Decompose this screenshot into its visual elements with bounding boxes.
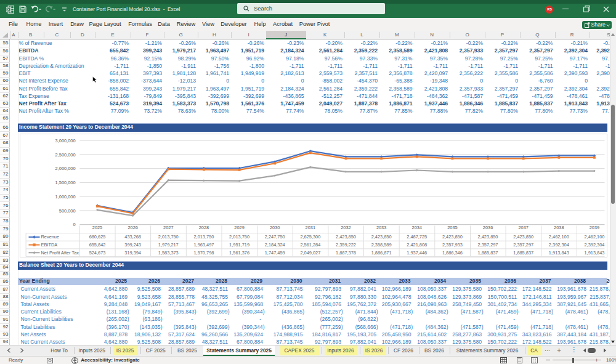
svg-text:500,000: 500,000	[59, 208, 75, 213]
svg-text:2,357,297: 2,357,297	[477, 242, 498, 248]
svg-text:2,357,933: 2,357,933	[442, 242, 462, 248]
svg-text:2,013,750: 2,013,750	[193, 234, 214, 240]
svg-text:2,423,850: 2,423,850	[513, 234, 533, 240]
svg-text:2,357,297: 2,357,297	[513, 242, 533, 248]
svg-text:2,013,750: 2,013,750	[229, 234, 249, 240]
svg-text:524,673: 524,673	[89, 249, 105, 255]
svg-text:1,570,798: 1,570,798	[193, 249, 214, 255]
svg-text:2031: 2031	[305, 224, 315, 230]
svg-text:2037: 2037	[518, 224, 528, 230]
svg-text:1,000,000: 1,000,000	[55, 193, 75, 199]
svg-text:680,625: 680,625	[89, 234, 105, 240]
svg-text:319,394: 319,394	[124, 249, 141, 255]
svg-text:2038: 2038	[554, 224, 564, 230]
svg-text:1,937,446: 1,937,446	[407, 249, 427, 255]
svg-text:2033: 2033	[376, 224, 386, 230]
svg-text:2026: 2026	[128, 224, 137, 230]
svg-text:1,886,871: 1,886,871	[371, 249, 391, 255]
svg-text:2,561,284: 2,561,284	[300, 242, 320, 248]
svg-text:2,421,808: 2,421,808	[407, 242, 427, 248]
svg-text:Net Profit After Tax: Net Profit After Tax	[41, 249, 79, 255]
svg-text:1,913,843: 1,913,843	[548, 249, 569, 255]
svg-text:2,049,027: 2,049,027	[300, 249, 320, 255]
svg-text:2025: 2025	[92, 224, 102, 230]
svg-text:2,462,100: 2,462,100	[548, 234, 569, 240]
svg-text:2,184,324: 2,184,324	[264, 242, 285, 248]
svg-text:2,392,304: 2,392,304	[584, 242, 604, 248]
svg-text:2035: 2035	[447, 224, 457, 230]
svg-text:1,500,000: 1,500,000	[55, 180, 75, 185]
svg-text:2030: 2030	[269, 224, 279, 230]
svg-text:1,885,837: 1,885,837	[477, 249, 498, 255]
svg-text:1,747,459: 1,747,459	[264, 249, 285, 255]
svg-text:655,842: 655,842	[89, 242, 105, 248]
svg-text:2,487,725: 2,487,725	[407, 234, 427, 240]
svg-text:2,423,850: 2,423,850	[371, 234, 391, 240]
svg-text:0: 0	[73, 222, 75, 227]
svg-text:EBITDA: EBITDA	[41, 242, 57, 248]
svg-text:2,423,850: 2,423,850	[442, 234, 462, 240]
svg-text:1,951,719: 1,951,719	[229, 242, 249, 248]
svg-text:1,583,373: 1,583,373	[158, 249, 178, 255]
svg-text:3,000,000: 3,000,000	[55, 137, 75, 143]
svg-text:2034: 2034	[411, 224, 421, 230]
svg-text:2028: 2028	[198, 224, 208, 230]
svg-text:1,979,217: 1,979,217	[158, 242, 178, 248]
svg-text:2,000,000: 2,000,000	[55, 166, 75, 171]
svg-text:2,625,300: 2,625,300	[300, 234, 320, 240]
svg-text:2036: 2036	[482, 224, 492, 230]
svg-text:2,013,750: 2,013,750	[158, 234, 178, 240]
svg-text:1,886,346: 1,886,346	[442, 249, 462, 255]
svg-text:1,913,843: 1,913,843	[584, 249, 604, 255]
svg-text:2,247,750: 2,247,750	[264, 234, 285, 240]
svg-text:2027: 2027	[163, 224, 173, 230]
svg-text:2,359,222: 2,359,222	[336, 242, 356, 248]
svg-text:1,963,497: 1,963,497	[193, 242, 214, 248]
svg-text:1,885,837: 1,885,837	[513, 249, 533, 255]
svg-text:1,887,378: 1,887,378	[336, 249, 356, 255]
svg-text:2032: 2032	[341, 224, 351, 230]
svg-text:2029: 2029	[234, 224, 244, 230]
svg-text:2,392,304: 2,392,304	[548, 242, 569, 248]
svg-text:2,358,589: 2,358,589	[371, 242, 391, 248]
svg-text:2,500,000: 2,500,000	[55, 152, 75, 157]
svg-text:1,561,376: 1,561,376	[229, 249, 249, 255]
svg-text:Revenue: Revenue	[41, 234, 59, 240]
svg-text:399,243: 399,243	[124, 242, 141, 248]
svg-text:2039: 2039	[589, 224, 599, 230]
svg-text:2,423,850: 2,423,850	[477, 234, 498, 240]
svg-text:433,268: 433,268	[124, 234, 141, 240]
svg-text:2,423,850: 2,423,850	[336, 234, 356, 240]
svg-text:2,462,100: 2,462,100	[584, 234, 604, 240]
